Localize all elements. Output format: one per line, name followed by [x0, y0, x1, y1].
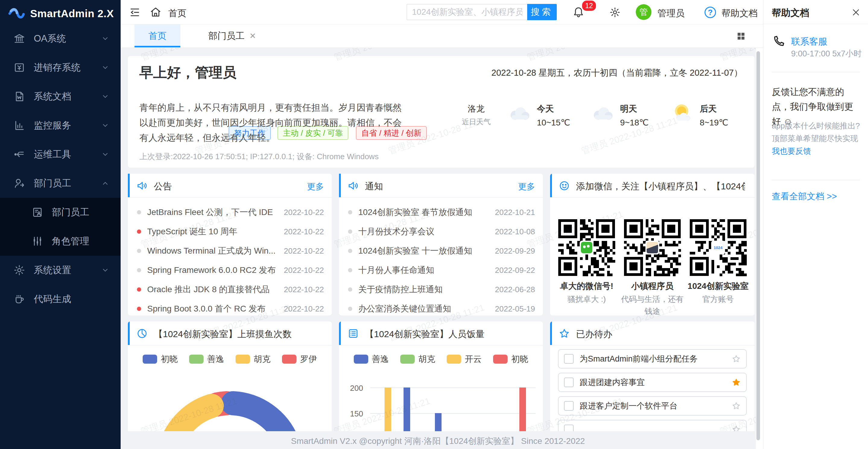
- sidebar-item-settings[interactable]: 系统设置: [0, 256, 121, 285]
- smartadmin-dashboard: { "app": { "logo_text": "SmartAdmin 2.X"…: [0, 0, 868, 449]
- todo-card-header: 已办待办: [550, 321, 754, 346]
- tab-home-label: 首页: [148, 30, 166, 42]
- favorite-star-icon[interactable]: [732, 354, 741, 363]
- notice-date: 2022-10-08: [495, 227, 535, 236]
- legend-item[interactable]: 善逸: [189, 353, 224, 365]
- weather-day-after: 后天 8~19℃: [700, 103, 728, 128]
- card-accent-bar: [339, 174, 341, 197]
- search-button[interactable]: 搜索: [527, 4, 557, 20]
- legend-item[interactable]: 罗伊: [282, 353, 317, 365]
- notice-text: 1024创新实验室 十一放假通知: [358, 245, 490, 257]
- todo-label: 跟进团建内容事宜: [580, 377, 732, 388]
- card-accent-bar: [550, 174, 552, 197]
- greeting-title: 早上好，管理员: [140, 63, 237, 82]
- announcement-row[interactable]: Oracle 推出 JDK 8 的直接替代品2022-10-22: [128, 280, 332, 299]
- sidebar-item-monitor[interactable]: 监控服务: [0, 111, 121, 140]
- help-question-icon[interactable]: ?: [705, 7, 716, 18]
- sidebar-item-ops[interactable]: 运维工具: [0, 140, 121, 169]
- todo-row[interactable]: 为SmartAdmin前端小组分配任务: [558, 349, 747, 368]
- sidebar-item-inventory[interactable]: 进销存系统: [0, 53, 121, 82]
- legend-label: 胡克: [254, 353, 271, 365]
- status-dot: [348, 307, 352, 311]
- feedback-item[interactable]: app版本什么时候能推出?: [772, 121, 860, 131]
- smiley-icon: [559, 180, 570, 191]
- notice-row[interactable]: 十月份技术分享会议2022-10-08: [339, 222, 543, 241]
- card-title: 通知: [365, 180, 383, 193]
- weather-city: 洛龙: [460, 103, 493, 115]
- close-icon[interactable]: [851, 8, 861, 17]
- collapse-menu-icon[interactable]: [129, 7, 141, 18]
- favorite-star-icon[interactable]: [732, 378, 741, 387]
- tab-dept-label: 部门员工: [208, 30, 245, 42]
- contact-support-link[interactable]: 联系客服: [791, 36, 827, 48]
- weather-day-temp: 8~19℃: [700, 118, 728, 128]
- notice-row[interactable]: 十月份人事任命通知2022-09-22: [339, 260, 543, 280]
- weather-day-name: 今天: [537, 103, 570, 115]
- announcement-row[interactable]: JetBrains Fleet 公测，下一代 IDE2022-10-22: [128, 203, 332, 222]
- notice-card-header: 通知 更多: [339, 174, 543, 198]
- announcement-row[interactable]: TypeScript 诞生 10 周年2022-10-22: [128, 222, 332, 241]
- main-scrollbar[interactable]: [756, 51, 760, 440]
- notice-row[interactable]: 1024创新实验室 十一放假通知2022-09-29: [339, 241, 543, 260]
- sidebar-item-codegen[interactable]: 代码生成: [0, 285, 121, 314]
- todo-row[interactable]: 跟进团建内容事宜: [558, 373, 747, 392]
- chevron-up-icon: [101, 180, 109, 187]
- sidebar-item-label: 代码生成: [34, 293, 71, 306]
- status-dot: [137, 268, 141, 272]
- username-label[interactable]: 管理员: [657, 7, 685, 20]
- speaker-icon: [347, 180, 359, 191]
- todo-checkbox[interactable]: [564, 378, 574, 387]
- layout-grid-icon[interactable]: [736, 31, 746, 41]
- weather-day-name: 后天: [700, 103, 728, 115]
- search-input[interactable]: [407, 4, 528, 20]
- avatar[interactable]: 管: [636, 4, 651, 20]
- todo-checkbox[interactable]: [564, 354, 574, 364]
- announcement-row[interactable]: Windows Terminal 正式成为 Win...2022-10-22: [128, 241, 332, 260]
- sidebar-item-employees[interactable]: 部门员工: [0, 169, 121, 198]
- more-link[interactable]: 更多: [518, 181, 535, 192]
- last-login-info: 上次登录:2022-10-26 17:50:51; IP:127.0.0.1; …: [140, 151, 378, 162]
- notice-row[interactable]: 办公室消杀关键位置通知2022-05-19: [339, 299, 543, 318]
- sidebar-item-oa[interactable]: OA系统: [0, 24, 121, 53]
- status-dot: [348, 268, 352, 272]
- sunny-icon: [668, 102, 697, 124]
- view-all-docs-link[interactable]: 查看全部文档 >>: [772, 191, 837, 203]
- document-icon: [13, 91, 25, 102]
- tab-dept-employees[interactable]: 部门员工 ✕: [199, 25, 266, 47]
- wechat-card-header: 添加微信，关注【小镇程序员】、【1024创新实验室】: [550, 174, 754, 198]
- notice-row[interactable]: 1024创新实验室 春节放假通知2022-10-21: [339, 203, 543, 222]
- notice-date: 2022-09-22: [495, 266, 535, 275]
- tab-close-icon[interactable]: ✕: [249, 31, 256, 41]
- qrcode-name: 1024创新实验室: [685, 281, 751, 292]
- more-link[interactable]: 更多: [307, 181, 324, 192]
- sidebar-item-docs[interactable]: 系统文档: [0, 82, 121, 111]
- favorite-star-icon[interactable]: [732, 402, 741, 410]
- feedback-link[interactable]: 我也要反馈: [772, 146, 811, 157]
- status-dot: [137, 307, 141, 311]
- breadcrumb[interactable]: 首页: [168, 7, 186, 20]
- todo-row[interactable]: 跟进客户定制一个软件平台: [558, 396, 747, 416]
- feedback-item[interactable]: 顶部菜单希望能尽快实现: [772, 133, 858, 144]
- status-dot: [348, 229, 352, 234]
- legend-item[interactable]: 初晓: [143, 353, 178, 365]
- chevron-down-icon: [101, 93, 109, 100]
- announcement-row[interactable]: Spring Boot 3.0.0 首个 RC 发布2022-10-22: [128, 299, 332, 318]
- home-icon[interactable]: [150, 6, 162, 18]
- help-doc-link[interactable]: 帮助文档: [721, 7, 757, 20]
- app-logo[interactable]: SmartAdmin 2.X: [0, 0, 121, 27]
- announcement-row[interactable]: Spring Framework 6.0.0 RC2 发布2022-10-22: [128, 260, 332, 280]
- qr-center-badge: [645, 240, 659, 255]
- todo-label: 跟进客户定制一个软件平台: [580, 400, 732, 411]
- qrcode-desc: 官方账号: [685, 293, 751, 305]
- page-footer: SmartAdmin V2.x @copyright 河南·洛阳【1024创新实…: [121, 431, 755, 449]
- legend-item[interactable]: 胡克: [236, 353, 271, 365]
- pie-chart-icon: [136, 328, 148, 339]
- sidebar-subitem-roles[interactable]: 角色管理: [0, 227, 121, 256]
- tab-home[interactable]: 首页: [134, 25, 180, 47]
- notice-row[interactable]: 关于疫情防控上班通知2022-06-28: [339, 280, 543, 299]
- chevron-down-icon: [101, 35, 109, 42]
- todo-checkbox[interactable]: [564, 401, 574, 411]
- gear-icon[interactable]: [609, 7, 621, 18]
- sidebar-subitem-dept-employees[interactable]: 部门员工: [0, 198, 121, 227]
- fish-chart-legend: 初晓善逸胡克罗伊: [128, 353, 332, 365]
